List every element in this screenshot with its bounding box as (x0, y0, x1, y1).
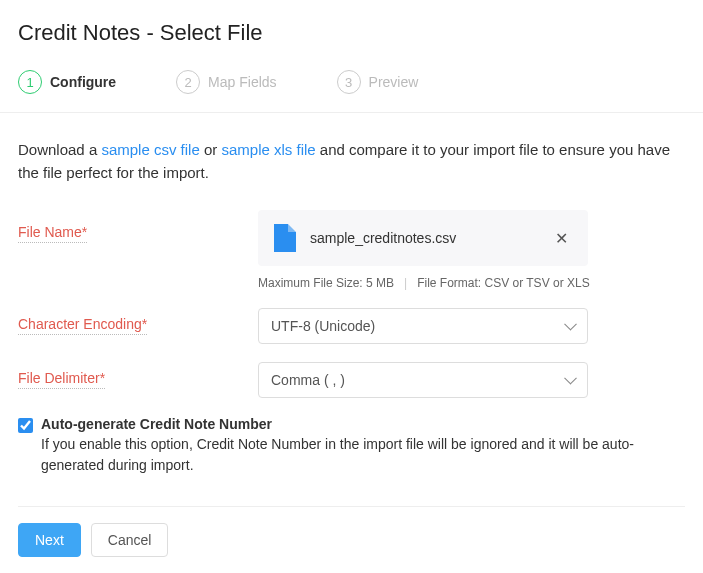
step-label: Preview (369, 74, 419, 90)
file-name-value: sample_creditnotes.csv (310, 230, 537, 246)
step-map-fields: 2 Map Fields (176, 70, 276, 94)
encoding-select[interactable]: UTF-8 (Unicode) (258, 308, 588, 344)
sample-csv-link[interactable]: sample csv file (101, 141, 199, 158)
max-file-size: Maximum File Size: 5 MB (258, 276, 394, 290)
delimiter-select[interactable]: Comma ( , ) (258, 362, 588, 398)
page-title: Credit Notes - Select File (18, 20, 685, 46)
step-number: 3 (337, 70, 361, 94)
auto-generate-desc: If you enable this option, Credit Note N… (41, 434, 685, 476)
step-preview: 3 Preview (337, 70, 419, 94)
file-icon (274, 224, 296, 252)
step-number: 2 (176, 70, 200, 94)
next-button[interactable]: Next (18, 523, 81, 557)
auto-generate-checkbox[interactable] (18, 418, 33, 433)
intro-text: Download a sample csv file or sample xls… (18, 139, 685, 184)
file-box: sample_creditnotes.csv ✕ (258, 210, 588, 266)
file-meta: Maximum File Size: 5 MB | File Format: C… (258, 276, 685, 290)
remove-file-button[interactable]: ✕ (551, 225, 572, 252)
file-name-label: File Name* (18, 224, 87, 243)
step-configure[interactable]: 1 Configure (18, 70, 116, 94)
encoding-value: UTF-8 (Unicode) (271, 318, 375, 334)
divider (0, 112, 703, 113)
file-format: File Format: CSV or TSV or XLS (417, 276, 590, 290)
encoding-label: Character Encoding* (18, 316, 147, 335)
sample-xls-link[interactable]: sample xls file (221, 141, 315, 158)
delimiter-label: File Delimiter* (18, 370, 105, 389)
divider (18, 506, 685, 507)
step-label: Map Fields (208, 74, 276, 90)
step-label: Configure (50, 74, 116, 90)
stepper: 1 Configure 2 Map Fields 3 Preview (18, 70, 685, 94)
button-row: Next Cancel (18, 523, 685, 557)
delimiter-value: Comma ( , ) (271, 372, 345, 388)
step-number: 1 (18, 70, 42, 94)
separator: | (404, 276, 407, 290)
cancel-button[interactable]: Cancel (91, 523, 169, 557)
auto-generate-label: Auto-generate Credit Note Number (41, 416, 685, 432)
